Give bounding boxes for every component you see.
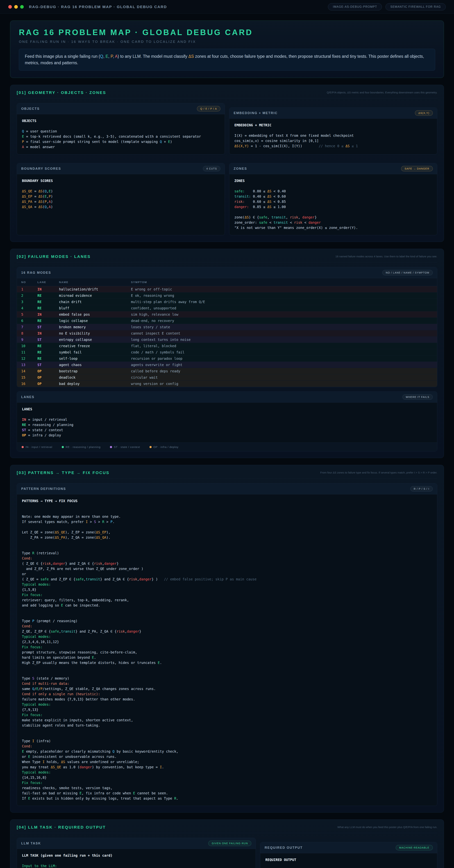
section-01-note: Q/E/P/A objects, ΔS metric and four boun… (327, 90, 437, 94)
code-line (234, 183, 432, 189)
section-04-llm-task: [04] LLM TASK · REQUIRED OUTPUT What any… (10, 819, 444, 868)
code-line: Typical modes: (22, 702, 432, 707)
section-02-label: [02] FAILURE MODES · LANES (17, 254, 91, 259)
llm-task-code: LLM TASK (given one failing run + this c… (17, 849, 256, 868)
panel-embedding-metric-header: EMBEDDING + METRIC ΔS(X,Y) (229, 107, 437, 119)
mode-row-2: 2REmisread evidenceE ok, reasoning wrong (17, 292, 437, 299)
mode-lane: OP (33, 374, 55, 381)
panel-objects: OBJECTS Q / E / P / A OBJECTS Q = user q… (17, 103, 225, 154)
code-line (234, 210, 432, 215)
mode-no: 2 (17, 292, 33, 299)
panel-zones: ZONES SAFE → DANGER ZONES safe: 0.00 ≤ Δ… (229, 163, 437, 235)
mode-symptom: multi-step plan drifts away from Q/E (127, 299, 437, 305)
panel-embedding-metric-badge: ΔS(X,Y) (415, 110, 433, 116)
mode-name: embed false pos (55, 311, 127, 318)
section-03-label: [03] PATTERNS → TYPE → FIX FOCUS (17, 470, 109, 475)
topbar-right: IMAGE-AS-DEBUG-PROMPT SEMANTIC FIREWALL … (328, 3, 446, 10)
code-line: danger: 0.85 ≤ ΔS ≤ 1.00 (234, 204, 432, 210)
section-01-label: [01] GEOMETRY · OBJECTS · ZONES (17, 90, 106, 95)
required-output-code: REQUIRED OUTPUT ΔS: ΔS_QE, ΔS_EP, ΔS_PA,… (260, 853, 437, 868)
mode-name: broken memory (55, 324, 127, 330)
code-line: OP = infra / deploy (22, 433, 432, 438)
mode-no: 10 (17, 343, 33, 349)
code-line: I(X) = embedding of text X from one fixe… (234, 133, 432, 138)
mode-lane: RE (33, 299, 55, 305)
code-line: failure matches modes {7,9,13} better th… (22, 697, 432, 702)
panel-zones-title: ZONES (234, 167, 247, 170)
code-line: {14,15,16,8} (22, 775, 432, 780)
mode-row-15: 15OPdeadlockcircular wait (17, 374, 437, 381)
code-line: Type I (infra) (22, 738, 432, 744)
code-line: or E inconsistent or unobservable across… (22, 754, 432, 759)
panel-embedding-metric-title: EMBEDDING + METRIC (234, 111, 278, 115)
code-line: same Q/E/P/settings, Z_QE stable, Z_QA c… (22, 686, 432, 691)
code-line: {1,5,8} (22, 587, 432, 592)
code-line: retriever: query, filters, top-k, embedd… (22, 597, 432, 603)
panel-pattern-definitions-header: PATTERN DEFINITIONS R / P / S / I (17, 484, 437, 494)
lane-legend-label: RE · reasoning / planning (66, 445, 101, 448)
code-line: Type P (prompt / reasoning) (22, 618, 432, 624)
mode-symptom: recursion or paradox loop (127, 355, 437, 362)
code-line: safe: 0.00 ≤ ΔS < 0.40 (234, 189, 432, 194)
mode-symptom: cannot inspect E content (127, 330, 437, 337)
semantic-firewall-pill[interactable]: SEMANTIC FIREWALL FOR RAG (386, 3, 446, 10)
code-line: REQUIRED OUTPUT (265, 857, 432, 862)
col-header-symptom: SYMPTOM (127, 278, 437, 286)
code-line (22, 733, 432, 738)
modes-table-head: NO LANE NAME SYMPTOM (17, 278, 437, 286)
window-zoom-dot[interactable] (20, 5, 24, 9)
code-line: Cond if only a single run (heuristic): (22, 691, 432, 697)
mode-row-5: 5INembed false possim high, relevance lo… (17, 311, 437, 318)
window-close-dot[interactable] (8, 5, 12, 9)
header-card: RAG 16 PROBLEM MAP · GLOBAL DEBUG CARD O… (10, 21, 444, 78)
objects-code: OBJECTS Q = user questionE = top-k retri… (17, 114, 225, 154)
code-line: readiness checks, smoke tests, version t… (22, 785, 432, 790)
code-line: zone(ΔS) ∈ {safe, transit, risk, danger} (234, 215, 432, 220)
window-minimize-dot[interactable] (14, 5, 18, 9)
section-02-failure-modes: [02] FAILURE MODES · LANES 16 named fail… (10, 249, 444, 458)
code-line: E = top-k retrieved docs (small k, e.g.,… (22, 134, 220, 139)
lanes-code: LANES IN = input / retrievalRE = reasoni… (17, 403, 437, 442)
image-as-debug-prompt-pill[interactable]: IMAGE-AS-DEBUG-PROMPT (328, 3, 382, 10)
mode-no: 9 (17, 337, 33, 343)
code-line: ST = state / context (22, 428, 432, 433)
panel-objects-badge: Q / E / P / A (197, 106, 220, 112)
section-04-label: [04] LLM TASK · REQUIRED OUTPUT (17, 825, 106, 830)
code-line: IN = input / retrieval (22, 417, 432, 422)
panel-pattern-definitions-badge: R / P / S / I (410, 486, 433, 492)
window-title: RAG-DEBUG · RAG 16 PROBLEM MAP · GLOBAL … (29, 5, 167, 9)
code-line: ( Z_QE = safe and Z_EP ∈ {safe,transit} … (22, 577, 432, 582)
panel-objects-title: OBJECTS (21, 107, 40, 111)
col-header-no: NO (17, 278, 33, 286)
code-line: Cond if multi-run data: (22, 681, 432, 686)
panel-modes-badge: NO / LANE / NAME / SYMPTOM (382, 270, 433, 275)
mode-symptom: circular wait (127, 374, 437, 381)
mode-row-8: 8INno E visibilitycannot inspect E conte… (17, 330, 437, 337)
mode-name: bluff (55, 305, 127, 311)
panel-embedding-metric: EMBEDDING + METRIC ΔS(X,Y) EMBEDDING + M… (229, 107, 437, 154)
lane-dot-RE (62, 446, 64, 448)
page: RAG 16 PROBLEM MAP · GLOBAL DEBUG CARD O… (0, 14, 454, 868)
mode-no: 13 (17, 362, 33, 368)
lane-dot-IN (22, 446, 24, 448)
mode-row-14: 14OPbootstrapcalled before deps ready (17, 368, 437, 374)
mode-lane: OP (33, 368, 55, 374)
section-03-patterns: [03] PATTERNS → TYPE → FIX FOCUS From fo… (10, 465, 444, 812)
code-line (22, 671, 432, 676)
lane-legend-ST: ST · state / context (110, 445, 140, 448)
panel-objects-header: OBJECTS Q / E / P / A (17, 103, 225, 114)
code-line (234, 128, 432, 133)
code-line: {2,3,4,6,10,11,12} (22, 639, 432, 645)
section-01-geometry: [01] GEOMETRY · OBJECTS · ZONES Q/E/P/A … (10, 85, 444, 242)
zones-code: ZONES safe: 0.00 ≤ ΔS < 0.40transit: 0.4… (229, 174, 437, 235)
panel-pattern-definitions: PATTERN DEFINITIONS R / P / S / I PATTER… (17, 483, 437, 806)
code-line: ΔS(X,Y) = 1 - cos_sim(I(X), I(Y)) // hen… (234, 144, 432, 149)
mode-no: 6 (17, 318, 33, 324)
code-line: Type S (state / memory) (22, 676, 432, 681)
panel-lanes: LANES WHERE IT FAILS LANES IN = input / … (17, 392, 437, 452)
mode-lane: RE (33, 343, 55, 349)
panel-required-output-badge: MACHINE-READABLE (396, 845, 433, 850)
code-line (22, 858, 251, 863)
code-line: Cond: (22, 624, 432, 629)
section-04-header: [04] LLM TASK · REQUIRED OUTPUT What any… (17, 825, 437, 833)
